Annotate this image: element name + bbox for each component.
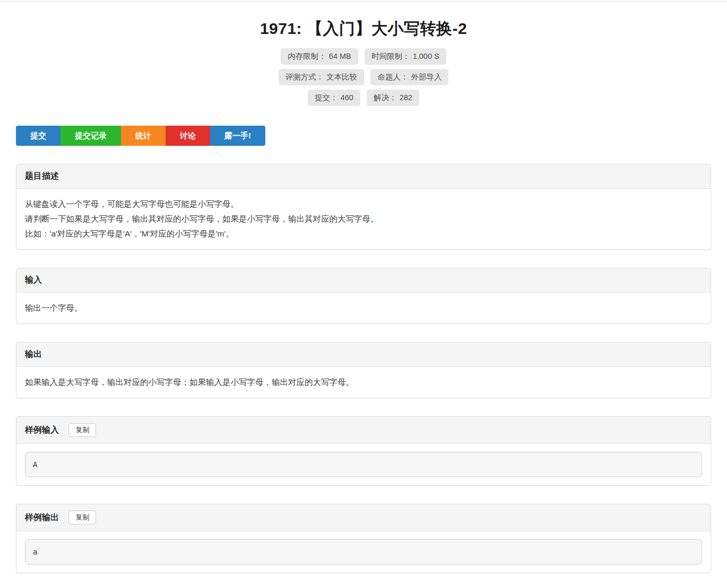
sample-output-panel-body: a (16, 531, 711, 573)
tab-show-off[interactable]: 露一手! (210, 126, 265, 146)
sample-input-content: A (25, 452, 702, 477)
author-label: 命题人： (377, 73, 408, 81)
submit-count-label: 提交： (315, 93, 338, 102)
output-panel: 输出 如果输入是大写字母，输出对应的小写字母；如果输入是小写字母，输出对应的大写… (16, 342, 711, 398)
solved-count-badge: 解决：282 (367, 90, 419, 106)
output-panel-title: 输出 (25, 349, 42, 360)
sample-input-panel-heading: 样例输入 复制 (16, 417, 711, 444)
submit-count-value: 460 (341, 93, 353, 102)
description-line: 比如：'a'对应的大写字母是'A'，'M'对应的小写字母是'm'。 (25, 226, 702, 241)
sample-input-panel: 样例输入 复制 A (16, 416, 711, 486)
navbar-bottom-edge (0, 0, 727, 2)
problem-page: 1971: 【入门】大小写转换-2 内存限制：64 MB 时间限制：1.000 … (0, 18, 727, 573)
meta-row-judge: 评测方式：文本比较 命题人：外部导入 (16, 69, 711, 85)
tab-submit[interactable]: 提交 (16, 126, 60, 146)
problem-title: 1971: 【入门】大小写转换-2 (16, 18, 711, 40)
memory-limit-badge: 内存限制：64 MB (281, 48, 358, 65)
memory-limit-label: 内存限制： (288, 52, 326, 60)
sample-output-panel-title: 样例输出 (25, 512, 59, 523)
submit-count-badge: 提交：460 (308, 90, 360, 106)
problem-meta: 内存限制：64 MB 时间限制：1.000 S 评测方式：文本比较 命题人：外部… (16, 48, 711, 106)
time-limit-label: 时间限制： (371, 52, 410, 60)
description-line: 从键盘读入一个字母，可能是大写字母也可能是小写字母。 (25, 197, 702, 212)
output-description-text: 如果输入是大写字母，输出对应的小写字母；如果输入是小写字母，输出对应的大写字母。 (25, 375, 702, 390)
sample-output-panel-heading: 样例输出 复制 (16, 504, 711, 531)
author-value: 外部导入 (411, 73, 442, 81)
output-panel-body: 如果输入是大写字母，输出对应的小写字母；如果输入是小写字母，输出对应的大写字母。 (16, 367, 711, 398)
sample-input-panel-body: A (16, 444, 711, 485)
description-panel-body: 从键盘读入一个字母，可能是大写字母也可能是小写字母。 请判断一下如果是大写字母，… (16, 189, 711, 249)
author-badge: 命题人：外部导入 (370, 69, 448, 85)
input-panel-heading: 输入 (16, 268, 711, 293)
time-limit-badge: 时间限制：1.000 S (365, 48, 446, 65)
copy-sample-output-button[interactable]: 复制 (68, 511, 96, 524)
sample-output-panel: 样例输出 复制 a (16, 504, 711, 573)
input-panel: 输入 输出一个字母。 (16, 268, 711, 324)
meta-row-limits: 内存限制：64 MB 时间限制：1.000 S (16, 48, 711, 65)
meta-row-stats: 提交：460 解决：282 (16, 90, 711, 106)
tab-submission-records[interactable]: 提交记录 (60, 126, 121, 146)
output-panel-heading: 输出 (16, 343, 711, 367)
sample-output-content: a (25, 539, 702, 565)
time-limit-value: 1.000 S (413, 52, 439, 60)
description-panel-title: 题目描述 (25, 171, 59, 182)
input-description-text: 输出一个字母。 (25, 301, 702, 315)
tab-discussion[interactable]: 讨论 (166, 126, 210, 146)
description-panel: 题目描述 从键盘读入一个字母，可能是大写字母也可能是小写字母。 请判断一下如果是… (16, 164, 711, 250)
description-panel-heading: 题目描述 (16, 164, 711, 189)
action-tabs: 提交 提交记录 统计 讨论 露一手! (16, 126, 711, 146)
judge-mode-badge: 评测方式：文本比较 (279, 69, 365, 85)
description-line: 请判断一下如果是大写字母，输出其对应的小写字母，如果是小写字母，输出其对应的大写… (25, 212, 702, 226)
tab-statistics[interactable]: 统计 (121, 126, 166, 146)
input-panel-title: 输入 (25, 275, 42, 286)
input-panel-body: 输出一个字母。 (16, 293, 711, 323)
solved-count-value: 282 (400, 93, 412, 102)
judge-mode-value: 文本比较 (326, 73, 357, 81)
copy-sample-input-button[interactable]: 复制 (68, 423, 96, 437)
memory-limit-value: 64 MB (329, 52, 351, 60)
solved-count-label: 解决： (374, 93, 397, 102)
judge-mode-label: 评测方式： (285, 73, 324, 81)
sample-input-panel-title: 样例输入 (25, 425, 59, 436)
